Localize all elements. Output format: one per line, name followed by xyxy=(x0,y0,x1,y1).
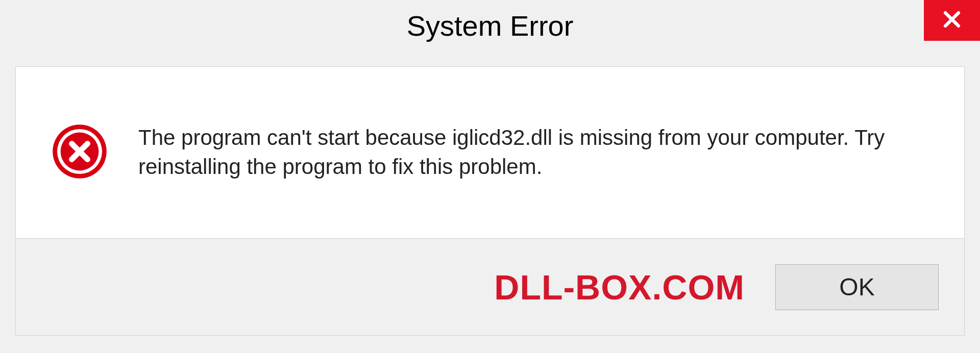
watermark-text: DLL-BOX.COM xyxy=(494,267,745,307)
dialog-content: The program can't start because iglicd32… xyxy=(15,66,965,239)
dialog-title: System Error xyxy=(407,9,574,42)
ok-button[interactable]: OK xyxy=(775,264,939,310)
titlebar: System Error xyxy=(0,0,980,51)
dialog-message: The program can't start because iglicd32… xyxy=(138,123,928,181)
dialog-footer: DLL-BOX.COM OK xyxy=(15,239,965,336)
error-icon xyxy=(52,123,108,182)
close-icon xyxy=(941,8,963,33)
close-button[interactable] xyxy=(924,0,980,41)
